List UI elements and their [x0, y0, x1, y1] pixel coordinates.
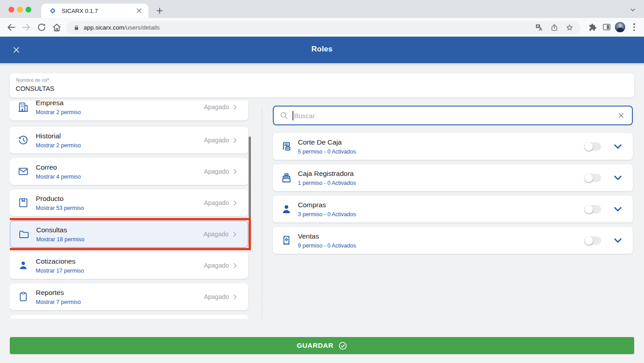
chevron-right-icon[interactable]: [232, 137, 238, 144]
permission-group-compras[interactable]: Compras 3 permiso - 0 Activados: [273, 196, 633, 222]
home-icon[interactable]: [51, 22, 62, 33]
search-input[interactable]: [294, 112, 618, 120]
category-row-consultas[interactable]: Consultas Mostrar 18 permiso Apagado: [10, 221, 248, 248]
search-icon: [280, 111, 288, 120]
search-box: [273, 106, 633, 125]
category-status: Apagado: [204, 262, 229, 269]
chevron-down-icon[interactable]: [613, 173, 623, 183]
category-permission-link[interactable]: Mostrar 4 permiso: [36, 174, 204, 180]
address-bar[interactable]: app.sicarx.com/users/details: [66, 21, 580, 34]
group-toggle[interactable]: [585, 236, 601, 245]
chevron-right-icon[interactable]: [232, 262, 238, 269]
group-count: 5 permiso - 0 Activados: [298, 149, 585, 155]
category-row-cotizaciones[interactable]: Cotizaciones Mostrar 17 permiso Apagado: [10, 252, 248, 279]
category-list: Empresa Mostrar 2 permiso Apagado Histor…: [10, 101, 251, 319]
group-count: 1 permiso - 0 Activados: [298, 180, 585, 186]
permission-group-caja-registradora[interactable]: Caja Registradora 1 permiso - 0 Activado…: [273, 164, 633, 191]
star-icon[interactable]: [565, 23, 574, 32]
macos-minimize-button[interactable]: [17, 7, 23, 13]
tab-title: SICARX 0.1.7: [62, 8, 135, 14]
chevron-down-icon[interactable]: [613, 204, 623, 214]
browser-titlebar: SICARX 0.1.7: [0, 0, 644, 18]
category-status: Apagado: [204, 137, 229, 144]
chevron-right-icon[interactable]: [231, 231, 238, 238]
tab-close-icon[interactable]: [135, 7, 143, 15]
clipboard-icon: [17, 291, 29, 303]
macos-close-button[interactable]: [8, 7, 14, 13]
extensions-puzzle-icon[interactable]: [588, 22, 597, 32]
category-permission-link[interactable]: Mostrar 18 permiso: [36, 236, 203, 243]
category-permission-link[interactable]: Mostrar 53 permiso: [36, 205, 204, 211]
list-scrollbar[interactable]: [249, 137, 251, 225]
person-icon: [280, 203, 292, 215]
permission-group-corte-de-caja[interactable]: Corte De Caja 5 permiso - 0 Activados: [273, 133, 633, 160]
chevron-right-icon[interactable]: [232, 104, 238, 111]
kebab-menu-icon[interactable]: [633, 23, 635, 31]
tab-search-chevron-icon[interactable]: [629, 6, 637, 14]
screen: SICARX 0.1.7 app.sicarx.com/users/detail…: [0, 0, 644, 363]
group-toggle[interactable]: [585, 205, 601, 214]
clear-search-icon[interactable]: [617, 111, 625, 120]
side-panel-icon[interactable]: [602, 22, 611, 32]
category-permission-link[interactable]: Mostrar 2 permiso: [36, 142, 204, 149]
group-label: Compras: [298, 201, 585, 209]
category-label: Reportes: [36, 289, 204, 297]
chevron-down-icon[interactable]: [613, 141, 623, 152]
profile-avatar[interactable]: [615, 22, 625, 32]
category-permission-link[interactable]: Mostrar 2 permiso: [36, 109, 204, 115]
new-tab-button[interactable]: [155, 6, 165, 16]
history-icon: [17, 134, 29, 146]
group-count: 3 permiso - 0 Activados: [298, 211, 585, 218]
reload-icon[interactable]: [36, 22, 47, 33]
macos-zoom-button[interactable]: [25, 7, 31, 13]
receipt-icon: [280, 235, 292, 247]
category-row-producto[interactable]: Producto Mostrar 53 permiso Apagado: [10, 189, 248, 216]
category-label: Correo: [36, 163, 204, 171]
category-label: Historial: [36, 132, 204, 140]
cash-register-icon: [280, 172, 292, 184]
category-label: Consultas: [36, 226, 203, 234]
forward-icon: [21, 22, 32, 33]
product-icon: [17, 197, 29, 209]
group-toggle[interactable]: [585, 174, 601, 182]
page-title: Roles: [0, 45, 644, 54]
permission-group-ventas[interactable]: Ventas 9 permiso - 0 Activados: [273, 227, 633, 254]
save-button-label: GUARDAR: [297, 342, 333, 350]
chevron-right-icon[interactable]: [232, 168, 238, 175]
person-icon: [17, 260, 29, 271]
category-label: Producto: [36, 195, 204, 203]
panel-divider: [262, 107, 262, 319]
category-permission-link[interactable]: Mostrar 17 permiso: [36, 268, 204, 274]
group-label: Corte De Caja: [298, 138, 585, 146]
group-label: Ventas: [298, 232, 585, 240]
pos-receipt-icon: [280, 141, 292, 153]
category-status: Apagado: [204, 199, 229, 206]
category-row-historial[interactable]: Historial Mostrar 2 permiso Apagado: [10, 127, 248, 154]
group-count: 9 permiso - 0 Activados: [298, 243, 585, 249]
category-row-partial[interactable]: [10, 315, 248, 319]
browser-tab[interactable]: SICARX 0.1.7: [41, 4, 148, 18]
translate-icon[interactable]: [535, 23, 543, 32]
role-name-label: Nombre de rol*: [16, 77, 49, 83]
chevron-right-icon[interactable]: [232, 294, 238, 300]
back-icon[interactable]: [6, 22, 17, 33]
category-label: Cotizaciones: [36, 257, 204, 265]
favicon-diamond-icon: [48, 6, 57, 15]
building-icon: [17, 101, 29, 113]
save-button[interactable]: GUARDAR: [10, 337, 634, 354]
category-row-correo[interactable]: Correo Mostrar 4 permiso Apagado: [10, 158, 248, 185]
url-text: app.sicarx.com/users/details: [84, 24, 535, 31]
chevron-down-icon[interactable]: [613, 235, 623, 246]
category-status: Apagado: [204, 168, 229, 175]
category-row-reportes[interactable]: Reportes Mostrar 7 permiso Apagado: [10, 283, 248, 310]
role-name-card: Nombre de rol*: [10, 73, 634, 98]
category-row-empresa[interactable]: Empresa Mostrar 2 permiso Apagado: [10, 101, 248, 120]
category-permission-link[interactable]: Mostrar 7 permiso: [36, 299, 204, 305]
chevron-right-icon[interactable]: [232, 200, 238, 206]
lock-icon[interactable]: [73, 25, 80, 31]
roles-header: Roles: [0, 37, 644, 63]
browser-toolbar: app.sicarx.com/users/details: [0, 18, 644, 37]
share-icon[interactable]: [550, 23, 559, 32]
role-name-input[interactable]: [16, 85, 284, 92]
group-toggle[interactable]: [585, 142, 601, 151]
